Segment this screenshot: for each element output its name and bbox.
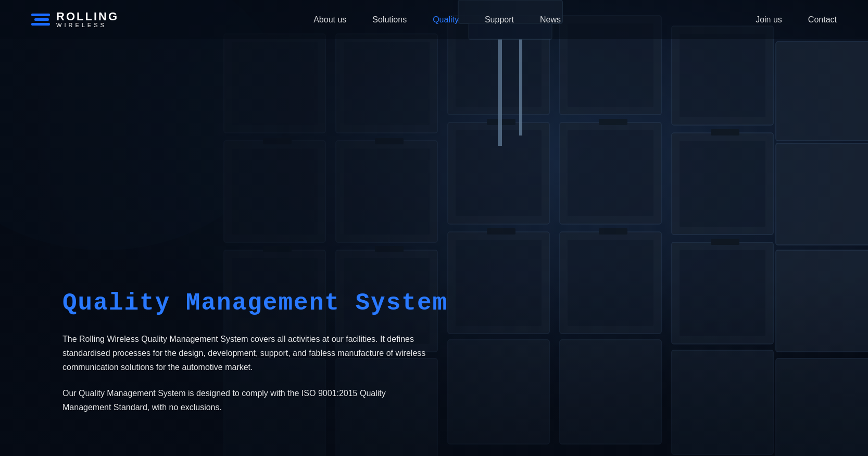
nav-links-primary: About us Solutions Quality Support News	[313, 15, 561, 24]
hero-description-1: The Rolling Wireless Quality Management …	[62, 332, 437, 375]
logo-bar-1	[31, 14, 50, 16]
nav-quality[interactable]: Quality	[433, 15, 459, 24]
nav-contact[interactable]: Contact	[808, 15, 837, 24]
nav-news[interactable]: News	[540, 15, 561, 24]
nav-about-us[interactable]: About us	[313, 15, 346, 24]
nav-solutions[interactable]: Solutions	[372, 15, 407, 24]
logo-icon	[31, 14, 50, 26]
logo-link[interactable]: ROLLING WIRELESS	[31, 11, 119, 28]
hero-section: ROLLING WIRELESS About us Solutions Qual…	[0, 0, 868, 456]
hero-title: Quality Management System	[62, 290, 448, 317]
hero-description-2: Our Quality Management System is designe…	[62, 386, 396, 414]
navigation: ROLLING WIRELESS About us Solutions Qual…	[0, 0, 868, 39]
logo-bar-3	[31, 23, 50, 26]
nav-join-us[interactable]: Join us	[756, 15, 782, 24]
nav-support[interactable]: Support	[485, 15, 514, 24]
hero-content: Quality Management System The Rolling Wi…	[62, 290, 448, 414]
nav-links-secondary: Join us Contact	[756, 15, 837, 24]
logo-text: ROLLING WIRELESS	[56, 11, 119, 28]
logo-bar-2	[34, 18, 49, 21]
logo-name-line1: ROLLING	[56, 11, 119, 22]
logo-name-line2: WIRELESS	[56, 22, 119, 28]
